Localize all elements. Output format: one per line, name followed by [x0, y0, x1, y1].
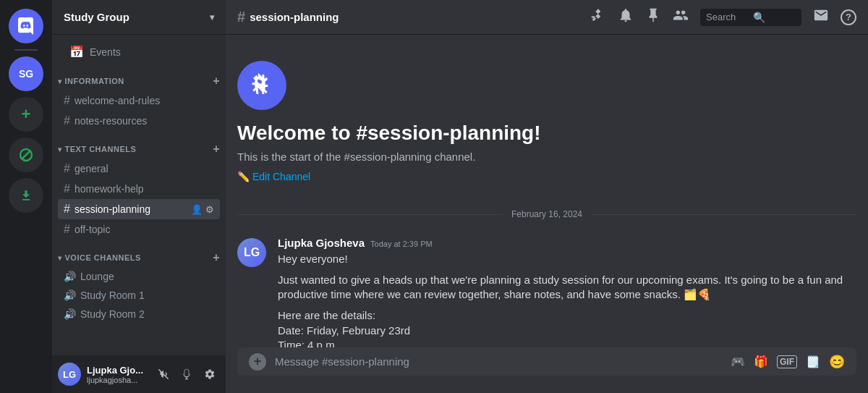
notification-icon[interactable] — [618, 7, 634, 27]
help-icon[interactable]: ? — [841, 9, 856, 25]
username-display: Ljupka Gjo... — [87, 365, 153, 376]
mute-button[interactable] — [153, 364, 174, 384]
add-server-button[interactable]: + — [9, 97, 43, 132]
server-dropdown-icon: ▾ — [210, 12, 214, 22]
calendar-icon: 📅 — [69, 45, 84, 59]
chevron-down-icon: ▾ — [58, 254, 62, 262]
channel-notes-resources[interactable]: # notes-resources — [58, 111, 220, 131]
channel-name-text: homework-help — [75, 183, 144, 195]
nitro-gift-icon[interactable]: 🎮 — [731, 355, 745, 368]
channel-welcome-icon — [237, 61, 286, 110]
discord-home-button[interactable] — [9, 9, 43, 43]
top-bar-actions: Search 🔍 ? — [590, 7, 856, 27]
active-channel-name: session-planning — [250, 11, 339, 23]
chat-area: Welcome to #session-planning! This is th… — [226, 35, 868, 347]
channel-sidebar: Study Group ▾ 📅 Events ▾ INFORMATION + #… — [52, 0, 226, 393]
chevron-down-icon: ▾ — [58, 145, 62, 153]
category-voice-channels[interactable]: ▾ VOICE CHANNELS + — [52, 240, 226, 267]
user-info: Ljupka Gjo... ljupkagjosha... — [87, 365, 153, 384]
avatar-image: LG — [58, 363, 81, 386]
hash-icon: # — [64, 223, 70, 236]
channel-session-planning[interactable]: # session-planning 👤 ⚙ — [58, 199, 220, 219]
voice-icon: 🔊 — [64, 308, 76, 320]
server-header[interactable]: Study Group ▾ — [52, 0, 226, 35]
attach-file-button[interactable]: + — [249, 353, 266, 371]
channel-name-text: notes-resources — [75, 115, 147, 127]
user-actions — [153, 364, 220, 384]
message-input-box: + 🎮 🎁 GIF 🗒️ 😊 — [237, 347, 856, 376]
message-content: Ljupka Gjosheva Today at 2:39 PM Hey eve… — [278, 237, 856, 347]
message-input[interactable] — [275, 347, 722, 376]
welcome-subtitle: This is the start of the #session-planni… — [237, 151, 856, 163]
user-settings-button[interactable] — [200, 364, 220, 384]
main-content: # session-planning Search 🔍 ? — [226, 0, 868, 393]
avatar[interactable]: LG — [58, 363, 81, 386]
thread-icon[interactable] — [590, 7, 606, 27]
emoji-button[interactable]: 😊 — [829, 354, 845, 370]
voice-icon: 🔊 — [64, 271, 76, 282]
inbox-icon[interactable] — [813, 7, 829, 27]
sticker-button[interactable]: 🗒️ — [806, 355, 820, 368]
server-sidebar: SG + — [0, 0, 52, 393]
hash-icon: # — [64, 182, 70, 195]
pencil-icon: ✏️ — [237, 171, 250, 182]
add-channel-button[interactable]: + — [213, 251, 220, 264]
welcome-title: Welcome to #session-planning! — [237, 122, 856, 145]
message-paragraph: Just wanted to give a heads up that we'r… — [278, 273, 856, 303]
add-channel-button[interactable]: + — [213, 143, 220, 156]
input-actions: 🎮 🎁 GIF 🗒️ 😊 — [731, 354, 845, 370]
category-information[interactable]: ▾ INFORMATION + — [52, 63, 226, 90]
channel-name-text: welcome-and-rules — [75, 95, 160, 106]
events-item[interactable]: 📅 Events — [58, 41, 220, 63]
server-name: Study Group — [64, 11, 129, 23]
edit-channel-link[interactable]: ✏️ Edit Channel — [237, 171, 310, 182]
voice-channel-name: Study Room 2 — [80, 308, 145, 320]
message-paragraph: Here are the details:Date: Friday, Febru… — [278, 308, 856, 347]
chevron-down-icon: ▾ — [58, 77, 62, 85]
hash-icon: # — [64, 94, 70, 107]
channel-welcome: Welcome to #session-planning! This is th… — [226, 49, 868, 198]
deafen-button[interactable] — [176, 364, 197, 384]
message-text: Hey everyone! Just wanted to give a head… — [278, 252, 856, 347]
voice-channel-name: Lounge — [80, 271, 114, 282]
settings-icon[interactable]: ⚙ — [205, 204, 214, 215]
user-panel: LG Ljupka Gjo... ljupkagjosha... — [52, 355, 226, 393]
channel-hash-icon: # — [237, 9, 245, 25]
channel-welcome-and-rules[interactable]: # welcome-and-rules — [58, 90, 220, 111]
pinned-messages-icon[interactable] — [645, 7, 661, 27]
voice-channel-name: Study Room 1 — [80, 290, 145, 301]
category-text-channels[interactable]: ▾ TEXT CHANNELS + — [52, 131, 226, 159]
date-divider: February 16, 2024 — [226, 198, 868, 231]
edit-channel-label: Edit Channel — [252, 171, 310, 182]
search-icon: 🔍 — [753, 12, 796, 23]
events-label: Events — [90, 46, 121, 58]
channel-name-header: # session-planning — [237, 9, 339, 25]
message-author[interactable]: Ljupka Gjosheva — [278, 237, 365, 249]
members-icon[interactable] — [673, 7, 689, 27]
voice-study-room-2[interactable]: 🔊 Study Room 2 — [58, 305, 220, 324]
category-information-label: INFORMATION — [65, 77, 124, 85]
explore-servers-button[interactable] — [9, 138, 43, 172]
search-bar[interactable]: Search 🔍 — [700, 9, 801, 26]
voice-study-room-1[interactable]: 🔊 Study Room 1 — [58, 286, 220, 305]
date-label: February 16, 2024 — [511, 209, 582, 219]
gift-icon[interactable]: 🎁 — [754, 355, 768, 368]
download-apps-button[interactable] — [9, 178, 43, 213]
hash-icon: # — [64, 203, 70, 216]
channel-homework-help[interactable]: # homework-help — [58, 179, 220, 199]
channel-name-text: off-topic — [75, 224, 111, 235]
message-group: LG Ljupka Gjosheva Today at 2:39 PM Hey … — [226, 231, 868, 347]
channel-off-topic[interactable]: # off-topic — [58, 219, 220, 240]
add-member-icon[interactable]: 👤 — [191, 204, 203, 215]
voice-lounge[interactable]: 🔊 Lounge — [58, 267, 220, 286]
category-voice-channels-label: VOICE CHANNELS — [65, 253, 141, 262]
channel-name-text: session-planning — [75, 203, 150, 215]
channel-general[interactable]: # general — [58, 159, 220, 179]
avatar-image: LG — [237, 238, 266, 267]
gif-button[interactable]: GIF — [777, 355, 797, 368]
add-channel-button[interactable]: + — [213, 75, 220, 88]
channel-name-text: general — [75, 163, 109, 174]
study-group-server-icon[interactable]: SG — [9, 56, 43, 91]
avatar[interactable]: LG — [237, 238, 266, 267]
message-header: Ljupka Gjosheva Today at 2:39 PM — [278, 237, 856, 249]
